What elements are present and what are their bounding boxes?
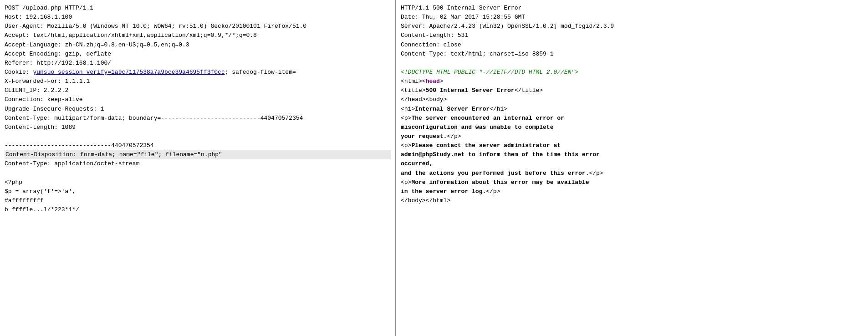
request-php-open: <?php bbox=[5, 178, 391, 187]
response-date: Date: Thu, 02 Mar 2017 15:28:55 GMT bbox=[401, 13, 863, 22]
main-container: POST /upload.php HTTP/1.1 Host: 192.168.… bbox=[0, 0, 868, 336]
request-line-1: POST /upload.php HTTP/1.1 bbox=[5, 4, 391, 13]
tag-p3-open: <p> bbox=[401, 179, 411, 186]
request-boundary: ------------------------------4404705723… bbox=[5, 141, 391, 150]
p2-text: Please contact the server administrator … bbox=[401, 142, 600, 176]
html-head-body: </head><body> bbox=[401, 95, 863, 104]
tag-head-word: head bbox=[426, 78, 440, 85]
tag-p2-open: <p> bbox=[401, 142, 411, 149]
request-php-2: #afffffffff bbox=[5, 196, 391, 205]
request-line-11: Connection: keep-alive bbox=[5, 95, 391, 104]
cookie-value: yunsuo_session_verify=1a9c7117538a7a9bce… bbox=[33, 69, 225, 76]
request-line-9: X-Forwarded-For: 1.1.1.1 bbox=[5, 77, 391, 86]
tag-p1-open: <p> bbox=[401, 115, 411, 122]
response-status: HTTP/1.1 500 Internal Server Error bbox=[401, 4, 863, 13]
request-line-2: Host: 192.168.1.100 bbox=[5, 13, 391, 22]
p1-text: The server encountered an internal error… bbox=[401, 115, 564, 140]
h1-text: Internal Server Error bbox=[415, 106, 490, 112]
html-body-html-close: </body></html> bbox=[401, 196, 863, 205]
left-panel[interactable]: POST /upload.php HTTP/1.1 Host: 192.168.… bbox=[0, 0, 396, 336]
request-content-disp: Content-Disposition: form-data; name="fi… bbox=[5, 150, 391, 159]
request-line-7: Referer: http://192.168.1.100/ bbox=[5, 59, 391, 68]
tag-h1-open: <h1> bbox=[401, 106, 415, 112]
html-h1: <h1>Internal Server Error</h1> bbox=[401, 105, 863, 114]
request-line-10: CLIENT_IP: 2.2.2.2 bbox=[5, 86, 391, 95]
html-p3: <p>More information about this error may… bbox=[401, 178, 863, 196]
doctype-line: <!DOCTYPE HTML PUBLIC "-//IETF//DTD HTML… bbox=[401, 68, 863, 77]
request-cookie-line: Cookie: yunsuo_session_verify=1a9c711753… bbox=[5, 68, 391, 77]
request-line-5: Accept-Language: zh-CN,zh;q=0.8,en-US;q=… bbox=[5, 41, 391, 50]
tag-p1-close: </p> bbox=[447, 133, 461, 140]
request-blank-2 bbox=[5, 169, 391, 178]
tag-head-open: < bbox=[422, 78, 426, 85]
right-panel[interactable]: HTTP/1.1 500 Internal Server Error Date:… bbox=[396, 0, 868, 336]
tag-title-close: </title> bbox=[515, 87, 543, 94]
request-line-4: Accept: text/html,application/xhtml+xml,… bbox=[5, 31, 391, 40]
tag-h1-close: </h1> bbox=[490, 106, 507, 112]
response-connection: Connection: close bbox=[401, 41, 863, 50]
request-content-type: Content-Type: application/octet-stream bbox=[5, 159, 391, 168]
tag-title-open: <title> bbox=[401, 87, 426, 94]
request-php-3: b ffffle...l/*223*1*/ bbox=[5, 205, 391, 214]
response-blank bbox=[401, 59, 863, 68]
title-text: 500 Internal Server Error bbox=[426, 87, 515, 94]
tag-html-open: <html> bbox=[401, 78, 422, 85]
tag-headclose: </head><body> bbox=[401, 96, 447, 103]
request-php-1: $p = array('f'=>'a', bbox=[5, 187, 391, 196]
tag-body-html-close: </body></html> bbox=[401, 197, 450, 204]
response-content: HTTP/1.1 500 Internal Server Error Date:… bbox=[401, 4, 863, 205]
tag-head-close: > bbox=[440, 78, 444, 85]
html-html-head: <html><head> bbox=[401, 77, 863, 86]
response-server: Server: Apache/2.4.23 (Win32) OpenSSL/1.… bbox=[401, 22, 863, 31]
response-content-type: Content-Type: text/html; charset=iso-885… bbox=[401, 50, 863, 59]
request-line-3: User-Agent: Mozilla/5.0 (Windows NT 10.0… bbox=[5, 22, 391, 31]
response-content-length: Content-Length: 531 bbox=[401, 31, 863, 40]
request-line-14: Content-Length: 1089 bbox=[5, 123, 391, 132]
request-content: POST /upload.php HTTP/1.1 Host: 192.168.… bbox=[5, 4, 391, 214]
html-p2: <p>Please contact the server administrat… bbox=[401, 141, 863, 178]
tag-p3-close: </p> bbox=[486, 188, 500, 195]
tag-p2-close: </p> bbox=[589, 170, 603, 177]
request-blank-1 bbox=[5, 132, 391, 141]
request-line-6: Accept-Encoding: gzip, deflate bbox=[5, 50, 391, 59]
request-line-13: Content-Type: multipart/form-data; bound… bbox=[5, 114, 391, 123]
html-p1: <p>The server encountered an internal er… bbox=[401, 114, 863, 141]
request-line-12: Upgrade-Insecure-Requests: 1 bbox=[5, 105, 391, 114]
html-title: <title>500 Internal Server Error</title> bbox=[401, 86, 863, 95]
